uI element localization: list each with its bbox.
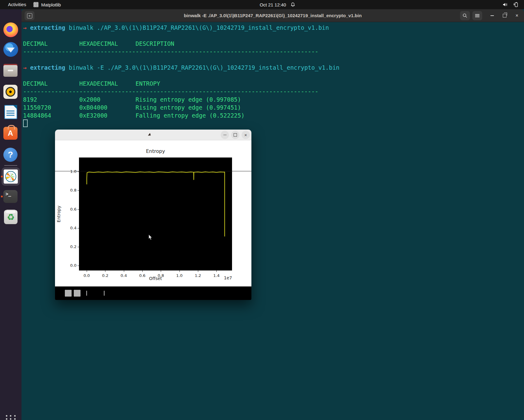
- hamburger-icon: [475, 14, 479, 17]
- figure-maximize-button[interactable]: [231, 131, 239, 139]
- figure-window: × Entropy Entropy Offset 1e7 0.00.20.40.…: [55, 130, 251, 300]
- y-tick-label: 1.0: [64, 169, 77, 174]
- toolbar-button-2[interactable]: [74, 290, 81, 297]
- dock-separator: [4, 165, 17, 166]
- matplotlib-icon: [4, 169, 18, 184]
- battery-charging-icon: [512, 2, 518, 7]
- search-button[interactable]: [460, 11, 470, 20]
- y-tick-label: 0.4: [64, 226, 77, 230]
- mouse-cursor: [148, 234, 153, 240]
- thunderbird-icon: [3, 42, 18, 57]
- matplotlib-running-indicator: [1, 176, 3, 177]
- x-tick-label: 0.0: [81, 273, 93, 278]
- firefox-icon: [3, 22, 18, 37]
- matplotlib-app-icon: [33, 2, 39, 7]
- dock-item-rhythmbox[interactable]: [3, 84, 18, 99]
- figure-toolbar[interactable]: [55, 286, 251, 300]
- terminal-line: 8192 0x2000 Rising entropy edge (0.99708…: [22, 95, 524, 103]
- y-tick-label: 0.6: [64, 207, 77, 212]
- new-tab-button[interactable]: +: [25, 11, 34, 20]
- terminal-line: [22, 119, 524, 127]
- dock: A ? >_ ♻: [0, 9, 22, 420]
- help-icon: ?: [3, 148, 18, 162]
- focused-app-name: Matplotlib: [41, 2, 61, 7]
- terminal-line: DECIMAL HEXADECIMAL DESCRIPTION: [22, 40, 524, 48]
- y-tick-label: 0.8: [64, 188, 77, 192]
- top-bar: Activities Matplotlib Oct 21 12:40: [0, 0, 524, 9]
- entropy-1.0-gridline: [55, 171, 251, 171]
- figure-titlebar[interactable]: ×: [55, 130, 251, 140]
- busy-cursor-icon: [148, 133, 152, 137]
- terminal-cursor: [23, 119, 28, 127]
- libreoffice-writer-icon: [4, 105, 17, 119]
- terminal-line: → extracting binwalk ./AP_3.0\(1\)B11P24…: [22, 24, 524, 32]
- x-tick-label: 1.0: [173, 273, 186, 278]
- terminal-titlebar[interactable]: binwalk -E ./AP_3.0\(1\)B11P247_RAP2261\…: [22, 9, 524, 22]
- terminal-line: → extracting binwalk -E ./AP_3.0\(1\)B11…: [22, 64, 524, 72]
- x-tick-label: 0.6: [136, 273, 148, 278]
- toolbar-separator-2: [104, 291, 104, 296]
- new-tab-icon: +: [27, 13, 32, 18]
- search-icon: [463, 13, 467, 18]
- bell-icon: [290, 2, 295, 7]
- terminal-window-title: binwalk -E ./AP_3.0\(1\)B11P247_RAP2261\…: [22, 9, 524, 22]
- dock-item-matplotlib[interactable]: [2, 167, 20, 186]
- dock-item-files[interactable]: [3, 63, 18, 78]
- minimize-icon: [491, 15, 494, 16]
- x-tick-label: 0.4: [118, 273, 130, 278]
- menu-button[interactable]: [472, 11, 482, 20]
- dock-item-libreoffice-writer[interactable]: [3, 105, 18, 120]
- restore-icon: [503, 14, 506, 18]
- activities-button[interactable]: Activities: [6, 0, 29, 9]
- focused-app-menu[interactable]: Matplotlib: [33, 0, 61, 9]
- dock-item-firefox[interactable]: [3, 22, 18, 37]
- close-icon: ×: [244, 132, 247, 138]
- dock-item-thunderbird[interactable]: [3, 42, 18, 57]
- terminal-running-indicator: [1, 196, 3, 197]
- terminal-restore-button[interactable]: [501, 12, 509, 20]
- minimize-icon: [223, 135, 227, 135]
- entropy-line-plot: [79, 158, 232, 270]
- x-tick-label: 1.2: [192, 273, 204, 278]
- terminal-line: [22, 56, 524, 64]
- figure-close-button[interactable]: ×: [242, 131, 250, 139]
- dock-item-ubuntu-software[interactable]: A: [3, 126, 18, 140]
- y-tick-label: 0.0: [64, 263, 77, 268]
- plot-area[interactable]: [79, 158, 232, 270]
- x-tick-label: 1.4: [210, 273, 223, 278]
- terminal-icon: >_: [3, 190, 18, 203]
- rhythmbox-icon: [3, 85, 18, 99]
- terminal-line: 14884864 0xE32000 Falling entropy edge (…: [22, 111, 524, 119]
- terminal-line: ----------------------------------------…: [22, 88, 524, 95]
- y-tick-label: 0.2: [64, 244, 77, 249]
- chart-title: Entropy: [79, 148, 232, 154]
- volume-icon: [502, 2, 508, 7]
- y-axis-label: Entropy: [56, 199, 61, 229]
- clock-menu[interactable]: Oct 21 12:40: [260, 0, 295, 9]
- show-applications-button[interactable]: [5, 413, 16, 420]
- terminal-minimize-button[interactable]: [488, 12, 496, 20]
- terminal-line: [22, 32, 524, 40]
- ubuntu-software-icon: A: [3, 127, 18, 140]
- toolbar-button-1[interactable]: [65, 290, 72, 297]
- dock-item-trash[interactable]: ♻: [3, 210, 18, 225]
- trash-icon: ♻: [4, 210, 18, 224]
- terminal-close-button[interactable]: ×: [513, 12, 521, 20]
- files-icon: [3, 65, 18, 77]
- clock-label: Oct 21 12:40: [260, 2, 286, 7]
- dock-item-help[interactable]: ?: [3, 147, 18, 162]
- x-tick-label: 0.8: [155, 273, 167, 278]
- terminal-line: [22, 72, 524, 80]
- figure-canvas[interactable]: Entropy Entropy Offset 1e7 0.00.20.40.60…: [55, 140, 251, 286]
- toolbar-separator-1: [86, 291, 87, 296]
- terminal-line: DECIMAL HEXADECIMAL ENTROPY: [22, 80, 524, 88]
- figure-minimize-button[interactable]: [221, 131, 229, 139]
- terminal-line: ----------------------------------------…: [22, 48, 524, 56]
- dock-item-terminal[interactable]: >_: [3, 189, 18, 204]
- x-tick-label: 0.2: [99, 273, 111, 278]
- terminal-line: 11550720 0xB04000 Rising entropy edge (0…: [22, 103, 524, 111]
- close-icon: ×: [515, 13, 518, 18]
- system-status-area[interactable]: [502, 0, 518, 9]
- maximize-icon: [234, 133, 237, 137]
